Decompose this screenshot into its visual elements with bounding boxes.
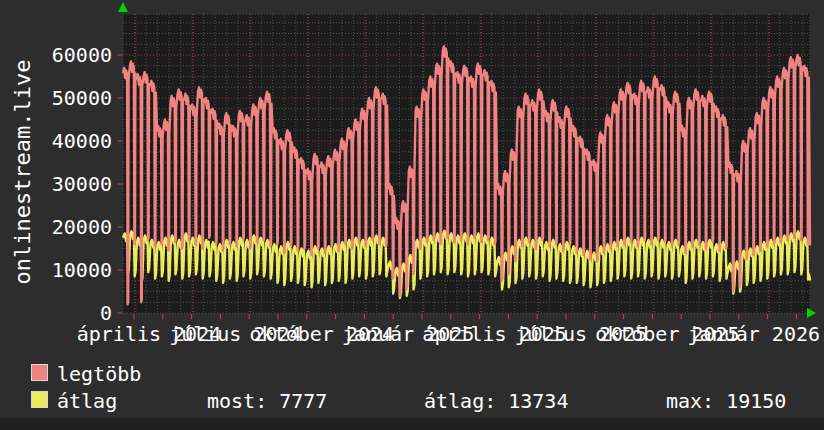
rrd-graph: onlinestream.live 0100002000030000400005… xyxy=(0,0,824,430)
bottom-strip xyxy=(0,418,824,430)
legend-swatch-legtobb xyxy=(31,364,48,381)
y-tick-label: 20000 xyxy=(28,215,112,239)
legend-label-legtobb: legtöbb xyxy=(57,362,141,386)
plot-area xyxy=(115,0,824,326)
stat-atlag: átlag:13734 xyxy=(424,389,568,413)
stat-most: most:7777 xyxy=(207,389,327,413)
y-tick-label: 60000 xyxy=(28,43,112,67)
stat-most-value: 7777 xyxy=(279,389,327,413)
y-tick-label: 30000 xyxy=(28,172,112,196)
stat-max-value: 19150 xyxy=(726,389,786,413)
stat-most-label: most: xyxy=(207,389,267,413)
y-tick-label: 10000 xyxy=(28,258,112,282)
stat-max-label: max: xyxy=(666,389,714,413)
stat-atlag-label: átlag: xyxy=(424,389,496,413)
y-tick-label: 40000 xyxy=(28,129,112,153)
legend-swatch-atlag xyxy=(31,391,48,408)
legend-label-atlag: átlag xyxy=(57,389,117,413)
stat-max: max:19150 xyxy=(666,389,786,413)
stat-atlag-value: 13734 xyxy=(508,389,568,413)
y-tick-label: 50000 xyxy=(28,86,112,110)
